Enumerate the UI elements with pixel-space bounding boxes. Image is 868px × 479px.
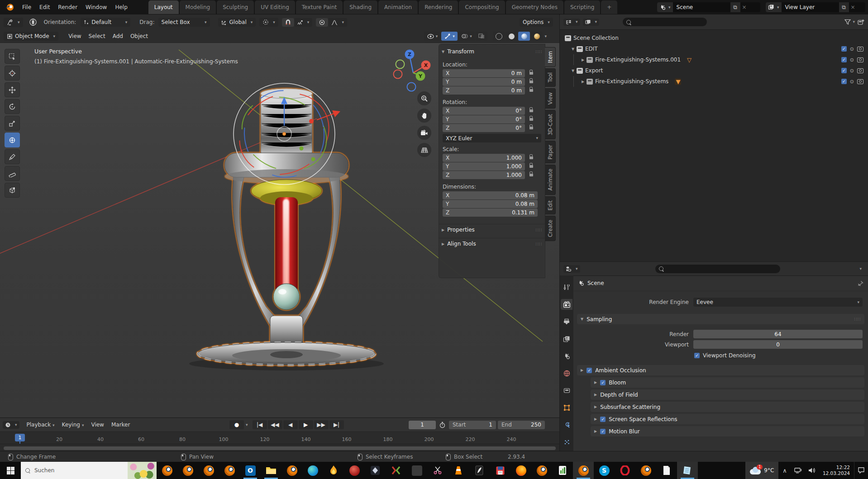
- workspace-tab-shading[interactable]: Shading: [343, 0, 377, 14]
- workspace-tab-uv-editing[interactable]: UV Editing: [255, 0, 295, 14]
- bloom-panel-header[interactable]: ▶ ✓ Bloom: [591, 377, 864, 388]
- menu-help[interactable]: Help: [111, 2, 131, 12]
- use-preview-range-icon[interactable]: [439, 422, 446, 428]
- viewport-menu-view[interactable]: View: [65, 31, 85, 41]
- taskbar-x-app-icon[interactable]: [386, 462, 406, 479]
- taskbar-notepad-icon[interactable]: [656, 462, 677, 479]
- outliner-filter-mode-dropdown[interactable]: ▾: [583, 19, 600, 26]
- shading-wireframe-button[interactable]: [493, 32, 505, 41]
- viewport-samples-field[interactable]: 0: [693, 340, 863, 349]
- taskbar-blender-icon[interactable]: [635, 462, 656, 479]
- tab-tool-properties[interactable]: [561, 282, 572, 293]
- drag-dropdown[interactable]: Select Box ▾: [158, 18, 210, 27]
- tab-object-properties[interactable]: [561, 402, 572, 413]
- npanel-tab-view[interactable]: View: [545, 88, 556, 109]
- properties-search-input[interactable]: [655, 265, 780, 273]
- timeline-menu-marker[interactable]: Marker: [108, 420, 134, 430]
- lock-icon[interactable]: [528, 109, 535, 112]
- taskbar-blender-icon[interactable]: [198, 462, 219, 479]
- outliner-search-input[interactable]: [623, 18, 707, 26]
- tab-particle-properties[interactable]: [561, 436, 572, 447]
- previous-keyframe-button[interactable]: ◀◀: [268, 420, 282, 429]
- orientation-dropdown[interactable]: Default ▾: [81, 18, 130, 27]
- disable-render-icon[interactable]: [857, 68, 863, 73]
- overlays-dropdown[interactable]: ▾: [458, 32, 475, 41]
- hide-viewport-icon[interactable]: ⊙: [850, 79, 854, 85]
- motion-blur-panel-header[interactable]: ▶ ✓ Motion Blur: [591, 426, 864, 436]
- snap-settings-dropdown[interactable]: ▾: [294, 18, 313, 27]
- tab-scene-properties[interactable]: [561, 351, 572, 361]
- start-button[interactable]: [0, 462, 21, 479]
- outliner-row-scene-collection[interactable]: Scene Collection: [560, 33, 868, 43]
- hide-viewport-icon[interactable]: ⊙: [850, 46, 854, 52]
- render-samples-field[interactable]: 64: [693, 330, 863, 338]
- depth-of-field-panel-header[interactable]: ▶ Depth of Field: [591, 389, 864, 400]
- hide-viewport-icon[interactable]: ⊙: [850, 68, 854, 74]
- taskbar-snip-app-icon[interactable]: [427, 462, 448, 479]
- outliner-filter-icon[interactable]: ▾: [844, 19, 855, 25]
- view-layer-name[interactable]: View Layer: [782, 4, 839, 10]
- timeline-menu-view[interactable]: View: [87, 420, 107, 430]
- expand-caret-icon[interactable]: ▼: [570, 69, 576, 73]
- tray-notifications-icon[interactable]: [854, 462, 868, 479]
- ssr-checkbox[interactable]: ✓: [600, 417, 606, 422]
- zoom-button[interactable]: [417, 91, 431, 105]
- taskbar-floppy-app-icon[interactable]: [490, 462, 510, 479]
- location-z-field[interactable]: Z0 m: [443, 86, 525, 95]
- transform-orientation-dropdown[interactable]: Global ▾: [218, 18, 256, 27]
- properties-editor-type-dropdown[interactable]: ▾: [563, 265, 580, 273]
- sprinkler-model[interactable]: [198, 89, 375, 365]
- npanel-tab-paper[interactable]: Paper: [545, 141, 556, 164]
- transform-panel-header[interactable]: ▼ Transform ∷∷: [439, 46, 545, 57]
- playhead[interactable]: 1: [15, 434, 25, 441]
- tab-collection-properties[interactable]: [561, 385, 572, 396]
- scale-y-field[interactable]: Y1.000: [443, 162, 525, 171]
- record-options-dropdown[interactable]: ▾: [246, 423, 248, 427]
- taskbar-opera-icon[interactable]: [615, 462, 635, 479]
- timeline-menu-keying[interactable]: Keying▾: [58, 420, 88, 430]
- options-dropdown[interactable]: Options ▾: [520, 18, 553, 27]
- align-tools-panel-header[interactable]: ▶ Align Tools ∷∷: [439, 238, 545, 249]
- tab-render-properties[interactable]: [561, 299, 572, 310]
- lock-icon[interactable]: [528, 72, 535, 75]
- disable-render-icon[interactable]: [857, 47, 863, 52]
- rotation-x-field[interactable]: X0°: [443, 107, 525, 115]
- taskbar-red-app-icon[interactable]: [344, 462, 365, 479]
- tool-move[interactable]: [5, 82, 20, 97]
- exclude-checkbox[interactable]: ✓: [841, 57, 847, 62]
- scale-x-field[interactable]: X1.000: [443, 154, 525, 162]
- exclude-checkbox[interactable]: ✓: [841, 79, 847, 84]
- exclude-checkbox[interactable]: ✓: [841, 68, 847, 73]
- view-layer-new-copy-icon[interactable]: ⧉: [839, 2, 849, 12]
- workspace-tab-rendering[interactable]: Rendering: [419, 0, 458, 14]
- pin-icon[interactable]: [858, 280, 863, 286]
- mode-dropdown[interactable]: Object Mode ▾: [4, 32, 58, 41]
- view-layer-icon[interactable]: ▾: [766, 2, 782, 12]
- taskbar-gray-app-icon[interactable]: [406, 462, 427, 479]
- panel-grip-icon[interactable]: ∷∷: [854, 317, 861, 322]
- workspace-tab-animation[interactable]: Animation: [378, 0, 418, 14]
- gizmo-y-handle[interactable]: [300, 147, 304, 151]
- taskbar-vlc-icon[interactable]: [448, 462, 469, 479]
- tab-world-properties[interactable]: [561, 368, 572, 379]
- proportional-editing-button[interactable]: [316, 18, 328, 27]
- lock-icon[interactable]: [528, 118, 535, 121]
- ambient-occlusion-checkbox[interactable]: ✓: [587, 368, 592, 373]
- bloom-checkbox[interactable]: ✓: [600, 380, 606, 385]
- tab-output-properties[interactable]: [561, 316, 572, 327]
- npanel-tab-create[interactable]: Create: [545, 216, 556, 241]
- outliner-row-fire-systems-001[interactable]: ▶ Fire-Extinguishing-Systems.001 ▽ ✓ ⊙: [560, 54, 868, 65]
- scene-unlink-icon[interactable]: ×: [740, 4, 749, 10]
- perspective-toggle-button[interactable]: [417, 143, 431, 157]
- npanel-tab-tool[interactable]: Tool: [545, 68, 556, 86]
- tool-cursor[interactable]: [5, 66, 20, 81]
- lock-icon[interactable]: [528, 157, 535, 159]
- tray-volume-icon[interactable]: [805, 467, 819, 474]
- expand-caret-icon[interactable]: ▶: [580, 58, 586, 62]
- shading-solid-button[interactable]: [506, 32, 517, 41]
- taskbar-search-input[interactable]: Suchen: [21, 462, 157, 479]
- tab-modifier-properties[interactable]: [561, 419, 572, 430]
- tool-scale[interactable]: [5, 116, 20, 131]
- search-highlight-image[interactable]: [128, 462, 157, 479]
- taskbar-blender-icon[interactable]: [177, 462, 198, 479]
